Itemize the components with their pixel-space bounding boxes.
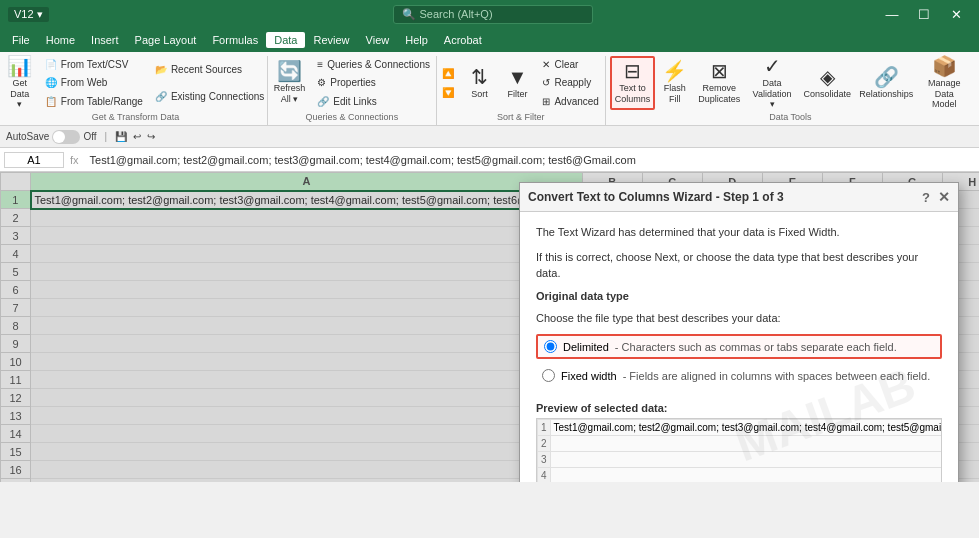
data-validation-button[interactable]: ✓ DataValidation ▾ [746,56,799,110]
radio-fixed-width-input[interactable] [542,369,555,382]
undo-button[interactable]: ↩ [133,131,141,142]
menu-view[interactable]: View [358,32,398,48]
autosave-label: AutoSave [6,131,49,142]
text-to-columns-dialog: Convert Text to Columns Wizard - Step 1 … [519,182,959,482]
clear-button[interactable]: ✕ Clear [537,56,603,73]
sort-icon: ⇅ [471,67,488,87]
close-button[interactable]: ✕ [941,3,971,25]
menu-formulas[interactable]: Formulas [204,32,266,48]
manage-data-model-button[interactable]: 📦 ManageData Model [918,56,970,110]
relationships-icon: 🔗 [874,67,899,87]
preview-label: Preview of selected data: [536,402,942,414]
restore-button[interactable]: ☐ [909,3,939,25]
get-data-icon: 📊 [7,56,32,76]
preview-cell-4 [550,468,942,483]
dialog-close-button[interactable]: ✕ [938,189,950,205]
reapply-icon: ↺ [542,77,550,88]
autosave-toggle-track[interactable] [52,130,80,144]
menu-data[interactable]: Data [266,32,305,48]
text-to-columns-button[interactable]: ⊟ Text toColumns [610,56,655,110]
from-text-button[interactable]: 📄 From Text/CSV [40,56,148,73]
autosave-toggle[interactable]: AutoSave Off [6,130,97,144]
consolidate-icon: ◈ [820,67,835,87]
minimize-button[interactable]: — [877,3,907,25]
search-box[interactable]: 🔍 [393,5,593,24]
ribbon-group-queries: 🔄 RefreshAll ▾ ≡ Queries & Connections ⚙… [268,56,437,125]
redo-button[interactable]: ↪ [147,131,155,142]
get-data-button[interactable]: 📊 GetData ▾ [2,56,38,110]
from-table-icon: 📋 [45,96,57,107]
search-input[interactable] [420,8,570,20]
preview-cell-3 [550,452,942,468]
radio-delimited-input[interactable] [544,340,557,353]
relationships-button[interactable]: 🔗 Relationships [856,56,916,110]
menu-help[interactable]: Help [397,32,436,48]
radio-delimited[interactable]: Delimited - Characters such as commas or… [536,334,942,359]
menu-insert[interactable]: Insert [83,32,127,48]
cell-reference-box[interactable] [4,152,64,168]
preview-row-2: 2 [538,436,943,452]
radio-delimited-label: Delimited [563,341,609,353]
filter-button[interactable]: ▼ Filter [499,56,535,110]
sort-button[interactable]: ⇅ Sort [461,56,497,110]
reapply-button[interactable]: ↺ Reapply [537,74,603,91]
dialog-title: Convert Text to Columns Wizard - Step 1 … [528,190,784,204]
autosave-state: Off [83,131,96,142]
flash-fill-button[interactable]: ⚡ FlashFill [657,56,693,110]
formula-bar: fx Test1@gmail.com; test2@gmail.com; tes… [0,148,979,172]
existing-connections-button[interactable]: 🔗 Existing Connections [150,88,269,105]
remove-duplicates-button[interactable]: ⊠ RemoveDuplicates [695,56,744,110]
save-button[interactable]: 💾 [115,131,127,142]
preview-row-num-2: 2 [538,436,551,452]
preview-section: Preview of selected data: 1 Test1@gmail.… [536,402,942,482]
file-title: V12 ▾ [8,7,49,22]
queries-connections-button[interactable]: ≡ Queries & Connections [312,56,435,73]
from-web-icon: 🌐 [45,77,57,88]
radio-fixed-width-desc: - Fields are aligned in columns with spa… [623,370,931,382]
refresh-icon: 🔄 [277,61,302,81]
recent-sources-icon: 📂 [155,64,167,75]
remove-duplicates-icon: ⊠ [711,61,728,81]
dialog-overlay: Convert Text to Columns Wizard - Step 1 … [0,172,979,482]
from-web-button[interactable]: 🌐 From Web [40,74,148,91]
existing-connections-icon: 🔗 [155,91,167,102]
edit-links-icon: 🔗 [317,96,329,107]
spreadsheet-area: A B C D E F G H 1Test1@gmail.com; test2@… [0,172,979,482]
preview-row-num-3: 3 [538,452,551,468]
menu-page-layout[interactable]: Page Layout [127,32,205,48]
properties-button[interactable]: ⚙ Properties [312,74,435,91]
dialog-help-button[interactable]: ? [922,190,930,205]
ribbon-group-sort-filter: 🔼 🔽 ⇅ Sort ▼ Filter ✕ Cl [437,56,606,125]
preview-row-4: 4 [538,468,943,483]
manage-data-model-icon: 📦 [932,56,957,76]
advanced-icon: ⊞ [542,96,550,107]
consolidate-button[interactable]: ◈ Consolidate [800,56,854,110]
sort-az-button[interactable]: 🔼 [437,65,459,82]
menu-file[interactable]: File [4,32,38,48]
radio-fixed-width[interactable]: Fixed width - Fields are aligned in colu… [536,365,942,386]
edit-links-button[interactable]: 🔗 Edit Links [312,93,435,110]
menu-acrobat[interactable]: Acrobat [436,32,490,48]
refresh-button[interactable]: 🔄 RefreshAll ▾ [269,56,311,110]
advanced-button[interactable]: ⊞ Advanced [537,93,603,110]
sort-za-icon: 🔽 [442,87,454,98]
ribbon-group-get-transform: 📊 GetData ▾ 📄 From Text/CSV 🌐 From Web 📋 [4,56,268,125]
queries-icon: ≡ [317,59,323,70]
autosave-toggle-thumb [53,131,65,143]
from-table-button[interactable]: 📋 From Table/Range [40,93,148,110]
title-bar: V12 ▾ 🔍 — ☐ ✕ [0,0,979,28]
menu-review[interactable]: Review [305,32,357,48]
menu-home[interactable]: Home [38,32,83,48]
sort-za-button[interactable]: 🔽 [437,84,459,101]
group-label-data-tools: Data Tools [612,110,969,125]
data-validation-icon: ✓ [764,56,781,76]
properties-icon: ⚙ [317,77,326,88]
preview-row-num-4: 4 [538,468,551,483]
formula-divider: fx [68,154,81,166]
recent-sources-button[interactable]: 📂 Recent Sources [150,61,269,78]
preview-cell-2 [550,436,942,452]
dialog-intro-line1: The Text Wizard has determined that your… [536,224,942,241]
filter-icon: ▼ [508,67,528,87]
formula-content: Test1@gmail.com; test2@gmail.com; test3@… [85,152,975,168]
sort-az-icon: 🔼 [442,68,454,79]
